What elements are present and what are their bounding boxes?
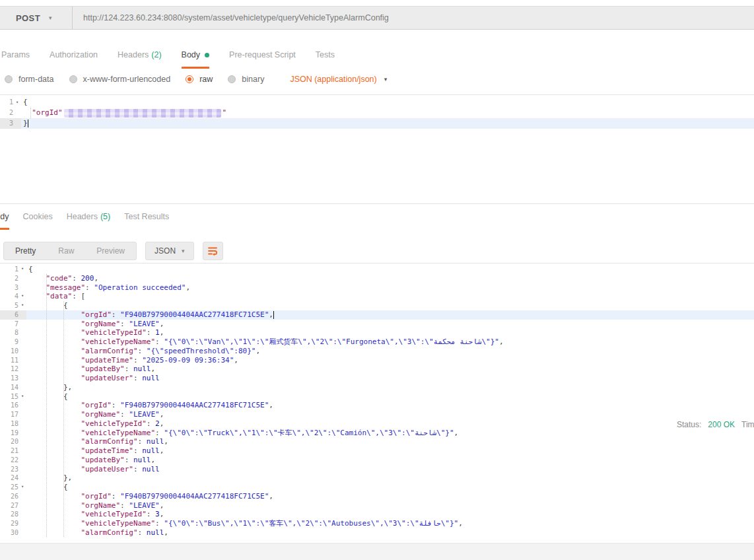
code-token: : [120,320,125,328]
code-line[interactable]: 4▾ "data": [ [0,292,754,301]
code-line[interactable]: 5▾ { [0,301,754,310]
code-line[interactable]: 7 "orgName": "LEAVE", [0,320,754,329]
tab-cookies[interactable]: Cookies [23,208,53,230]
fold-arrow-icon[interactable]: ▾ [18,301,26,310]
code-token: "vehicleTypeId" [81,419,146,428]
line-number: 1 [0,265,18,274]
code-line[interactable]: 29 "vehicleTypeName": "{\"0\":\"Bus\",\"… [0,519,754,528]
code-token: : [155,337,160,346]
code-token: "orgId" [81,492,111,501]
code-token: "updateUser" [81,465,133,473]
code-token: "LEAVE" [129,501,159,510]
tab-tests[interactable]: Tests [316,45,335,69]
gutter: 10 [0,347,26,356]
code-token [28,374,81,382]
code-line[interactable]: 16 "orgId": "F940B79790004404AAC277418FC… [0,401,754,410]
mode-label: form-data [18,75,54,84]
fold-arrow-icon[interactable]: ▾ [13,97,21,108]
code-line[interactable]: 10 "alarmConfig": "{\"speedThreshold\":8… [0,347,754,356]
tab-test-results[interactable]: Test Results [124,208,169,230]
view-pretty-button[interactable]: Pretty [4,246,47,256]
code-token: "F940B79790004404AAC277418FC71C5E" [120,492,269,501]
tab-params[interactable]: Params [1,45,30,69]
code-token: , [160,501,164,510]
code-line[interactable]: 21 "updateTime": null, [0,446,754,456]
code-line[interactable]: 22 "updateBy": null, [0,456,754,465]
code-token: "data" [46,292,73,300]
chevron-down-icon: ▾ [49,15,52,21]
code-line[interactable]: 14 }, [0,383,754,392]
code-line[interactable]: 1▾{ [0,97,754,108]
line-number: 22 [0,456,18,465]
code-line[interactable]: 13 "updateUser": null [0,374,754,383]
code-line[interactable]: 27 "orgName": "LEAVE", [0,501,754,510]
content-type-selector[interactable]: JSON (application/json)▾ [290,75,387,84]
code-line[interactable]: 20 "alarmConfig": null, [0,437,754,446]
code-line[interactable]: 26 "orgId": "F940B79790004404AAC277418FC… [0,492,754,501]
url-input[interactable]: http://124.223.60.234:8080/system/asset/… [73,7,754,29]
code-line[interactable]: 11 "updateTime": "2025-09-09 09:36:34", [0,356,754,365]
tab-label: Pre-request Script [229,50,296,59]
code-token: "orgName" [81,410,120,419]
body-mode-binary[interactable]: binary [228,75,264,84]
wrap-text-button[interactable] [203,242,223,260]
code-line[interactable]: 18 "vehicleTypeId": 2, [0,419,754,429]
line-number: 24 [0,473,18,483]
view-raw-button[interactable]: Raw [47,246,85,256]
line-number: 20 [0,437,18,446]
code-line[interactable]: 2 "code": 200, [0,274,754,283]
code-token: "orgId" [81,310,111,319]
fold-arrow-icon[interactable]: ▾ [18,292,26,301]
line-number: 13 [0,374,18,383]
code-line[interactable]: 1▾{ [0,265,754,274]
body-mode-form-data[interactable]: form-data [5,75,54,84]
code-line[interactable]: 25▾ { [0,483,754,492]
gutter: 26 [0,492,26,501]
code-line[interactable]: 8 "vehicleTypeId": 1, [0,328,754,337]
code-line[interactable]: 3 "message": "Operation succeeded", [0,283,754,293]
body-mode-raw[interactable]: raw [186,75,213,84]
gutter: 12 [0,365,26,374]
code-text: "vehicleTypeId": 1, [26,328,754,337]
fold-arrow-icon[interactable]: ▾ [18,483,26,492]
code-line[interactable]: 24 }, [0,473,754,483]
tab-headers[interactable]: Headers(2) [118,45,162,69]
code-line[interactable]: 17 "orgName": "LEAVE", [0,410,754,419]
code-line[interactable]: 28 "vehicleTypeId": 3, [0,510,754,519]
code-line[interactable]: 9 "vehicleTypeName": "{\"0\":\"Van\",\"1… [0,337,754,347]
code-line[interactable]: 23 "updateUser": null [0,465,754,474]
code-token [28,347,81,355]
code-text: "orgId": "F940B79790004404AAC277418FC71C… [26,401,754,410]
tab-response-headers[interactable]: Headers(5) [67,208,111,230]
code-line[interactable]: 6 "orgId": "F940B79790004404AAC277418FC7… [0,310,754,320]
radio-icon [5,75,13,83]
code-line[interactable]: 3} [0,118,754,129]
fold-arrow-icon[interactable]: ▾ [18,265,26,274]
fold-arrow-icon[interactable]: ▾ [18,392,26,402]
body-mode-x-www-form-urlencoded[interactable]: x-www-form-urlencoded [69,75,171,84]
format-selector[interactable]: JSON ▾ [145,242,194,260]
tab-response-body[interactable]: Body [0,208,9,230]
method-selector[interactable]: POST ▾ [0,7,73,29]
code-text: }, [26,473,754,483]
code-token: "{\"0\":\"Van\",\"1\":\"厢式货车\",\"2\":\"F… [164,337,499,346]
tab-authorization[interactable]: Authorization [50,45,98,69]
code-token: , [160,328,164,337]
code-line[interactable]: 12 "updateBy": null, [0,365,754,374]
code-line[interactable]: 15▾ { [0,392,754,402]
tab-pre-request-script[interactable]: Pre-request Script [229,45,296,69]
code-line[interactable]: 30 "alarmConfig": null, [0,528,754,538]
view-preview-button[interactable]: Preview [85,246,136,256]
tab-body[interactable]: Body [182,45,210,69]
gutter: 16 [0,401,26,410]
response-body-editor[interactable]: 1▾{2 "code": 200,3 "message": "Operation… [0,263,754,543]
gutter: 6 [0,310,26,320]
code-line[interactable]: 2 "orgId"" [0,108,754,118]
postman-window: POST ▾ http://124.223.60.234:8080/system… [0,0,754,560]
code-line[interactable]: 19 "vehicleTypeName": "{\"0\":\"Truck\",… [0,429,754,438]
code-token: null [142,465,160,473]
code-token: , [269,492,273,501]
code-token [142,437,147,446]
request-body-editor[interactable]: 1▾{2 "orgId""3} [0,94,754,193]
code-token: " [223,108,227,117]
